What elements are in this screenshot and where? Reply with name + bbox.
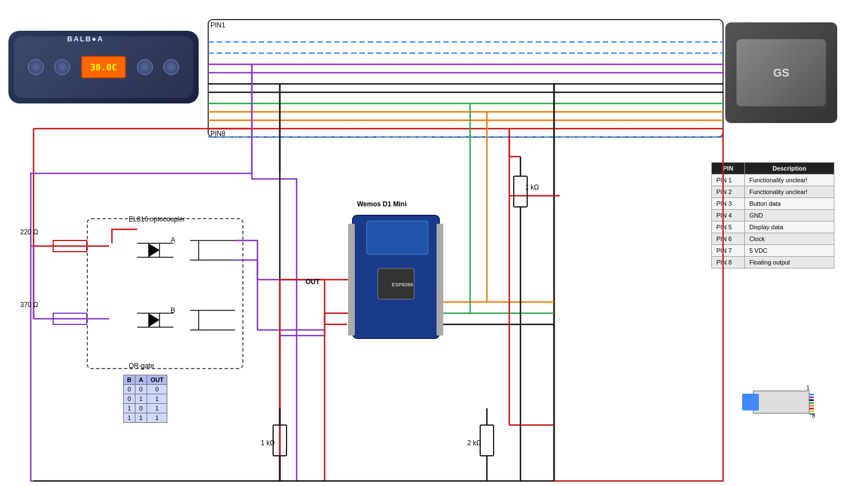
svg-text:8: 8 [812, 413, 815, 419]
svg-rect-58 [753, 391, 809, 413]
svg-text:ESP8266: ESP8266 [392, 282, 413, 287]
resistor-2k-label: 2 kΩ [467, 439, 481, 447]
svg-rect-64 [809, 405, 814, 407]
svg-rect-39 [437, 224, 443, 336]
svg-rect-47 [514, 176, 527, 207]
connector-diagram: 1 8 [742, 380, 832, 436]
svg-rect-61 [809, 397, 814, 398]
resistor-1k-right-label: 1 kΩ [525, 183, 539, 191]
resistor-220-label: 220 Ω [20, 228, 38, 236]
svg-rect-66 [809, 410, 814, 412]
svg-marker-25 [148, 243, 159, 257]
svg-rect-40 [367, 221, 428, 254]
svg-rect-62 [809, 399, 814, 401]
svg-rect-52 [480, 425, 494, 456]
svg-rect-0 [208, 20, 723, 137]
pin8-label: PIN8 [210, 130, 226, 138]
svg-rect-60 [809, 394, 814, 395]
out-label: OUT [306, 278, 320, 286]
svg-rect-63 [809, 402, 814, 404]
svg-rect-59 [742, 394, 759, 410]
resistor-1k-left-label: 1 kΩ [261, 439, 275, 447]
opto-a-label: A [171, 236, 175, 244]
pin1-label: PIN1 [210, 21, 226, 29]
svg-rect-38 [348, 224, 355, 336]
or-gate-label: OR-gate [129, 362, 154, 370]
resistor-370-label: 370 Ω [20, 301, 38, 309]
svg-rect-65 [809, 408, 814, 409]
wemos-label: Wemos D1 Mini [357, 200, 406, 208]
svg-text:1: 1 [806, 385, 810, 391]
opto-b-label: B [171, 306, 175, 314]
svg-marker-32 [148, 313, 159, 327]
wiring-diagram-svg: ESP8266 [0, 0, 868, 486]
